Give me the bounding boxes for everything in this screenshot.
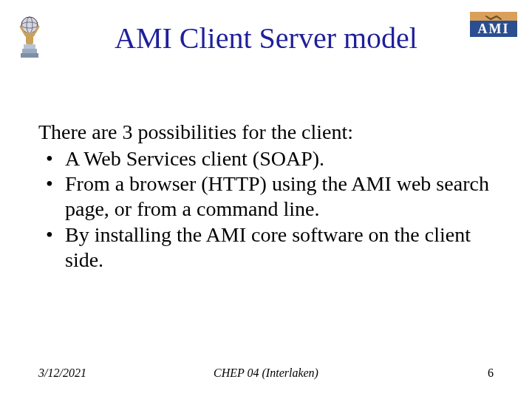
- slide-title: AMI Client Server model: [0, 21, 532, 55]
- footer-page: 6: [488, 366, 494, 380]
- list-item: From a browser (HTTP) using the AMI web …: [38, 171, 494, 222]
- list-item: A Web Services client (SOAP).: [38, 146, 494, 171]
- bullet-list: A Web Services client (SOAP). From a bro…: [38, 146, 494, 273]
- svg-rect-9: [470, 12, 517, 21]
- footer-venue: CHEP 04 (Interlaken): [0, 366, 532, 380]
- slide: AMI AMI Client Server model There are 3 …: [0, 0, 532, 399]
- intro-text: There are 3 possibilities for the client…: [38, 120, 494, 145]
- slide-body: There are 3 possibilities for the client…: [38, 120, 494, 273]
- list-item: By installing the AMI core software on t…: [38, 222, 494, 273]
